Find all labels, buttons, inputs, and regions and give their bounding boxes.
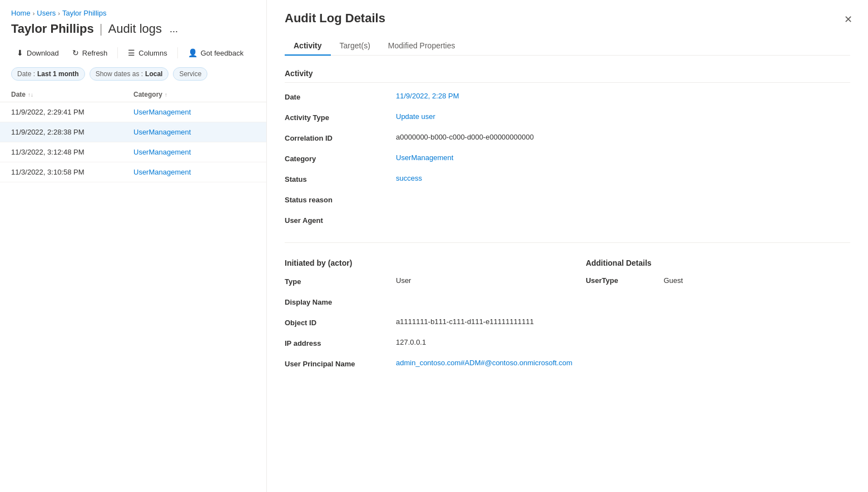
row-date: 11/9/2022, 2:28:38 PM <box>11 128 133 136</box>
row-date: 11/9/2022, 2:29:41 PM <box>11 108 133 116</box>
feedback-label: Got feedback <box>201 49 244 57</box>
columns-button[interactable]: ☰ Columns <box>122 45 172 61</box>
activity-detail-grid: Date11/9/2022, 2:28 PMActivity TypeUpdat… <box>285 92 850 225</box>
toolbar-divider-1 <box>117 47 118 58</box>
row-category: UserManagement <box>133 108 255 116</box>
field-value <box>396 215 850 225</box>
field-value: a0000000-b000-c000-d000-e00000000000 <box>396 133 850 142</box>
table-row[interactable]: 11/9/2022, 2:28:38 PM UserManagement <box>0 122 266 142</box>
table-row[interactable]: 11/3/2022, 3:12:48 PM UserManagement <box>0 142 266 162</box>
field-label: Correlation ID <box>285 133 396 142</box>
initiated-by-title: Initiated by (actor) <box>285 259 572 267</box>
title-separator: | <box>100 22 103 36</box>
col-category-label: Category <box>133 91 162 98</box>
close-button[interactable]: ✕ <box>842 11 855 28</box>
table-header: Date ↑↓ Category ↑ <box>0 87 266 102</box>
actor-field-value: User <box>396 276 572 286</box>
actor-field-value: 127.0.0.1 <box>396 338 572 347</box>
download-icon: ⬇ <box>17 48 23 57</box>
filter-date-label: Date : <box>17 70 35 78</box>
breadcrumb: Home › Users › Taylor Phillips <box>0 9 266 17</box>
breadcrumb-user[interactable]: Taylor Phillips <box>62 9 106 17</box>
refresh-label: Refresh <box>82 49 108 57</box>
table-row[interactable]: 11/9/2022, 2:29:41 PM UserManagement <box>0 102 266 122</box>
page-title-row: Taylor Phillips | Audit logs ... <box>0 22 266 36</box>
columns-label: Columns <box>138 49 167 57</box>
filter-date-value: Last 1 month <box>37 70 79 78</box>
actor-field-label: User Principal Name <box>285 359 396 368</box>
field-value[interactable]: Update user <box>396 112 850 122</box>
field-label: Status reason <box>285 195 396 204</box>
field-value[interactable]: UserManagement <box>396 153 850 163</box>
download-button[interactable]: ⬇ Download <box>11 45 65 61</box>
field-label: User Agent <box>285 215 396 225</box>
row-category: UserManagement <box>133 128 255 136</box>
filter-service-label: Service <box>179 70 201 78</box>
field-label: Activity Type <box>285 112 396 122</box>
col-header-category[interactable]: Category ↑ <box>133 91 255 98</box>
filter-dates-value: Local <box>145 70 162 78</box>
additional-details-grid: UserTypeGuest <box>586 276 850 285</box>
col-date-label: Date <box>11 91 26 98</box>
row-category: UserManagement <box>133 168 255 176</box>
sort-icon-date: ↑↓ <box>28 92 33 98</box>
breadcrumb-home[interactable]: Home <box>11 9 31 17</box>
breadcrumb-users[interactable]: Users <box>37 9 56 17</box>
toolbar-divider-2 <box>177 47 178 58</box>
initiated-by-section: Initiated by (actor) TypeUserDisplay Nam… <box>285 259 572 381</box>
breadcrumb-sep-1: › <box>33 10 35 17</box>
more-options-button[interactable]: ... <box>170 23 178 35</box>
actor-field-value: a1111111-b111-c111-d111-e11111111111 <box>396 317 572 327</box>
refresh-button[interactable]: ↻ Refresh <box>67 45 113 61</box>
field-value <box>396 195 850 204</box>
page-subtitle: Audit logs <box>108 22 162 36</box>
download-label: Download <box>27 49 59 57</box>
refresh-icon: ↻ <box>72 48 79 57</box>
add-detail-value: Guest <box>663 276 850 285</box>
col-header-date[interactable]: Date ↑↓ <box>11 91 133 98</box>
tab-modified-properties[interactable]: Modified Properties <box>379 37 464 56</box>
section-divider <box>285 242 850 243</box>
filter-date[interactable]: Date : Last 1 month <box>11 67 85 81</box>
actor-field-value <box>396 297 572 306</box>
actor-field-label: Object ID <box>285 317 396 327</box>
actor-field-value[interactable]: admin_contoso.com#ADM#@contoso.onmicroso… <box>396 359 572 368</box>
field-value[interactable]: 11/9/2022, 2:28 PM <box>396 92 850 101</box>
actor-field-label: Type <box>285 276 396 286</box>
row-category: UserManagement <box>133 148 255 156</box>
actor-grid: TypeUserDisplay NameObject IDa1111111-b1… <box>285 276 572 368</box>
two-col-section: Initiated by (actor) TypeUserDisplay Nam… <box>285 259 850 381</box>
filter-service[interactable]: Service <box>173 67 207 81</box>
add-detail-label: UserType <box>586 276 663 285</box>
tabs: ActivityTarget(s)Modified Properties <box>285 37 850 56</box>
toolbar: ⬇ Download ↻ Refresh ☰ Columns 👤 Got fee… <box>0 45 266 61</box>
filter-dates-label: Show dates as : <box>96 70 143 78</box>
panel-title: Audit Log Details <box>285 11 850 26</box>
left-panel: Home › Users › Taylor Phillips Taylor Ph… <box>0 0 267 492</box>
tab-target-s-[interactable]: Target(s) <box>331 37 379 56</box>
field-label: Category <box>285 153 396 163</box>
filter-show-dates[interactable]: Show dates as : Local <box>90 67 169 81</box>
tab-activity[interactable]: Activity <box>285 37 331 56</box>
field-value[interactable]: success <box>396 174 850 183</box>
filter-row: Date : Last 1 month Show dates as : Loca… <box>0 67 266 81</box>
additional-details-title: Additional Details <box>586 259 850 267</box>
actor-field-label: Display Name <box>285 297 396 306</box>
row-date: 11/3/2022, 3:10:58 PM <box>11 168 133 176</box>
field-label: Date <box>285 92 396 101</box>
breadcrumb-sep-2: › <box>58 10 60 17</box>
page-title-name: Taylor Phillips <box>11 22 94 36</box>
row-date: 11/3/2022, 3:12:48 PM <box>11 148 133 156</box>
feedback-button[interactable]: 👤 Got feedback <box>182 45 249 61</box>
sort-icon-category: ↑ <box>165 92 167 98</box>
columns-icon: ☰ <box>128 48 135 57</box>
activity-section-heading: Activity <box>285 69 850 83</box>
right-panel: Audit Log Details ✕ ActivityTarget(s)Mod… <box>267 0 868 492</box>
table-body: 11/9/2022, 2:29:41 PM UserManagement 11/… <box>0 102 266 492</box>
field-label: Status <box>285 174 396 183</box>
additional-details-section: Additional Details UserTypeGuest <box>586 259 850 381</box>
table-row[interactable]: 11/3/2022, 3:10:58 PM UserManagement <box>0 162 266 182</box>
feedback-icon: 👤 <box>188 48 197 57</box>
actor-field-label: IP address <box>285 338 396 347</box>
